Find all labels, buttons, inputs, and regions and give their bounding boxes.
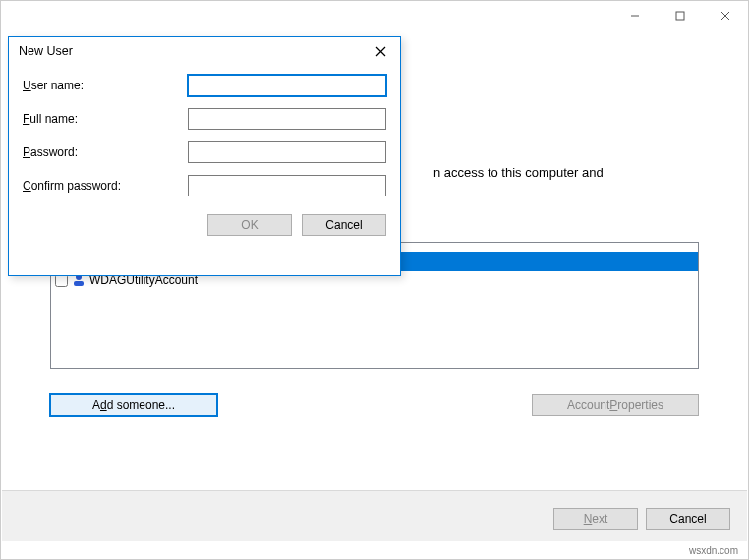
account-properties-button: Account Properties bbox=[532, 394, 699, 416]
window-titlebar bbox=[1, 1, 748, 30]
close-button[interactable] bbox=[703, 1, 748, 30]
dialog-cancel-button[interactable]: Cancel bbox=[302, 214, 386, 236]
ok-button: OK bbox=[207, 214, 292, 236]
maximize-button[interactable] bbox=[658, 1, 703, 30]
dialog-title: New User bbox=[19, 44, 73, 58]
dialog-titlebar[interactable]: New User bbox=[9, 37, 400, 65]
full-name-field[interactable] bbox=[188, 108, 386, 130]
add-someone-button[interactable]: Add someone... bbox=[50, 394, 217, 416]
watermark-text: wsxdn.com bbox=[689, 545, 738, 556]
password-field[interactable] bbox=[188, 141, 386, 163]
password-label: Password: bbox=[23, 145, 188, 159]
minimize-button[interactable] bbox=[612, 1, 658, 30]
svg-rect-9 bbox=[74, 281, 84, 286]
confirm-password-field[interactable] bbox=[188, 175, 386, 196]
user-name-field[interactable] bbox=[188, 75, 386, 96]
new-user-dialog: New User User name: Full name: Password:… bbox=[8, 36, 401, 276]
confirm-password-label: Confirm password: bbox=[23, 179, 188, 193]
full-name-label: Full name: bbox=[23, 112, 188, 126]
cancel-button[interactable]: Cancel bbox=[646, 508, 730, 530]
svg-rect-1 bbox=[676, 12, 684, 20]
user-name-label: User name: bbox=[23, 79, 188, 92]
close-icon[interactable] bbox=[361, 37, 400, 65]
next-button: Next bbox=[553, 508, 638, 530]
